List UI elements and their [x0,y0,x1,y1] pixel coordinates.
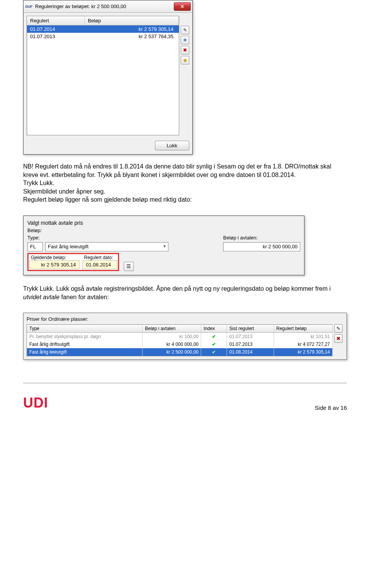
paragraph: Skjermbildet under åpner seg. [23,187,347,196]
col-sist[interactable]: Sist regulert [227,325,274,333]
cell-date: 01.07.2014 [30,26,88,32]
cell-reg: kr 2 579 305,14 [274,348,332,356]
cell-belop: kr 100,00 [143,333,201,341]
avtale-amount-input[interactable]: kr 2 500 000,00 [223,242,300,251]
prices-table: Type Beløp i avtalen Index Sist regulert… [27,324,333,356]
pencil-icon: ✎ [336,326,340,331]
list-row[interactable]: 01.07.2013 kr 2 537 764,35 [27,33,179,40]
prices-title: Priser for Ordinære plasser: [27,316,343,322]
cell-amount: kr 2 537 764,35 [88,34,176,39]
star-icon: ✱ [183,37,187,43]
edit-button[interactable]: ✎ [181,26,189,34]
type-dropdown[interactable]: Fast årlig leieutgift [45,242,168,251]
side-toolbar: ✎ ✱ ✖ ◉ [181,13,192,138]
price-panel: Valgt mottak avtale pris Beløp: Type: Be… [23,216,304,275]
list-row[interactable]: 01.07.2014 kr 2 579 305,14 [27,25,179,33]
delete-icon: ✖ [336,336,340,341]
highlight-box: Gjeldende beløp: kr 2 579 305,14 Reguler… [27,253,119,271]
col-regulert[interactable]: Regulert [27,16,85,25]
cell-belop: kr 2 500 000,00 [143,348,201,356]
cell-reg: kr 4 072 727,27 [274,340,332,348]
info-button[interactable]: ◉ [181,56,189,64]
cell-amount: kr 2 579 305,14 [88,26,176,32]
col-type[interactable]: Type [27,325,143,333]
close-icon: ✕ [180,4,184,9]
panel-header: Valgt mottak avtale pris [24,216,304,227]
close-dialog-button[interactable]: Lukk [155,141,189,150]
col-belop[interactable]: Beløp i avtalen [143,325,201,333]
dialog-title: Reguleringer av beløpet: kr 2 500 000,00 [35,3,174,9]
label-avtale: Beløp i avtalen: [223,235,300,241]
table-side-toolbar: ✎ ✖ [333,324,343,356]
cell-sist: 01.07.2013 [227,333,274,341]
cell-type: Pr. benyttet stykkprisplass pr. døgn [27,333,143,341]
label-regulert-dato: Regulert dato: [82,255,117,260]
delete-row-button[interactable]: ✖ [334,334,343,343]
label-gjeldende: Gjeldende beløp: [29,255,79,260]
paragraph: NB! Regulert dato må nå endres til 1.8.2… [23,162,347,179]
pencil-icon: ✎ [183,27,187,33]
bulb-icon: ◉ [183,57,187,63]
new-button[interactable]: ✱ [181,36,189,44]
check-icon: ✔ [212,349,216,355]
gjeldende-value: kr 2 579 305,14 [29,260,79,269]
check-icon: ✔ [212,334,216,339]
table-row[interactable]: Fast årlig driftsutgift kr 4 000 000,00 … [27,340,333,348]
regulations-list: Regulert Beløp 01.07.2014 kr 2 579 305,1… [27,16,179,135]
prices-table-panel: Priser for Ordinære plasser: Type Beløp … [23,313,347,360]
open-regulations-button[interactable]: ☰ [124,262,134,271]
dialog-titlebar: DUF Reguleringer av beløpet: kr 2 500 00… [24,0,192,13]
delete-icon: ✖ [183,47,187,53]
udi-logo: UDI [23,395,48,411]
page-number: Side 8 av 16 [315,404,347,411]
cell-date: 01.07.2013 [30,34,88,39]
cell-sist: 01.08.2014 [227,348,274,356]
col-index[interactable]: Index [201,325,227,333]
list-header: Regulert Beløp [27,16,179,25]
app-icon: DUF [25,3,33,10]
table-row[interactable]: Fast årlig leieutgift kr 2 500 000,00 ✔ … [27,348,333,356]
table-row[interactable]: Pr. benyttet stykkprisplass pr. døgn kr … [27,333,333,341]
cell-type: Fast årlig driftsutgift [27,340,143,348]
close-button[interactable]: ✕ [174,2,191,11]
regulert-value: 01.08.2014 [82,260,117,269]
cell-sist: 01.07.2013 [227,340,274,348]
cell-belop: kr 4 000 000,00 [143,340,201,348]
col-reg[interactable]: Regulert beløp [274,325,332,333]
check-icon: ✔ [212,342,216,347]
label-belop: Beløp: [27,227,42,233]
paragraph: Trykk Lukk. Lukk også avtale registrerin… [23,285,347,301]
cell-reg: kr 101,51 [274,333,332,341]
paragraph: Regulert beløp ligger nå som gjeldende b… [23,195,347,204]
regulations-dialog: DUF Reguleringer av beløpet: kr 2 500 00… [23,0,193,155]
col-belop[interactable]: Beløp [85,16,179,25]
label-type: Type: [27,235,50,241]
edit-row-button[interactable]: ✎ [334,324,343,333]
paragraph: Trykk Lukk. [23,179,347,187]
type-code-input[interactable]: FL [27,242,43,251]
footer-divider [23,383,347,383]
delete-button[interactable]: ✖ [181,46,189,54]
cell-type: Fast årlig leieutgift [27,348,143,356]
list-icon: ☰ [126,263,131,269]
